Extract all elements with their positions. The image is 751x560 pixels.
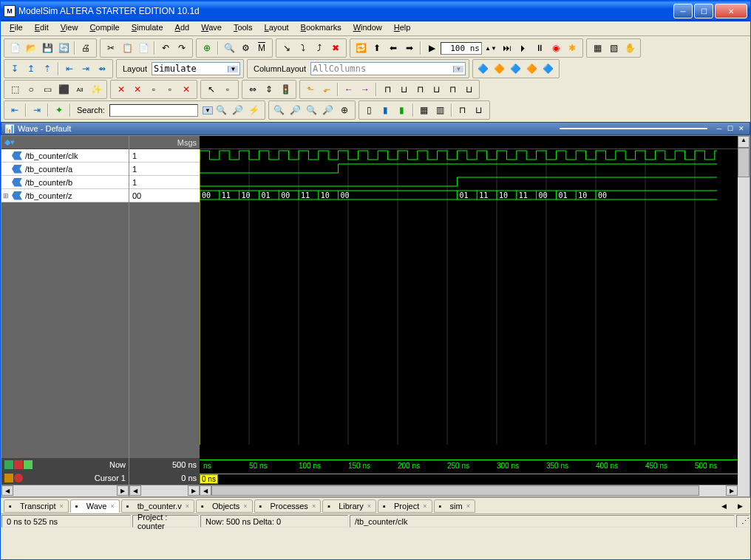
time-ruler[interactable]: ns50 ns100 ns150 ns200 ns250 ns300 ns350…: [200, 460, 738, 474]
print-button[interactable]: 🖨: [78, 41, 93, 55]
msg-hscroll-right[interactable]: ▶: [188, 485, 200, 496]
menu-edit[interactable]: Edit: [29, 21, 55, 35]
wave-pane[interactable]: 00111001001110000111101100011000 ns50 ns…: [200, 136, 738, 496]
tabs-scroll-left[interactable]: ◀: [716, 499, 731, 513]
wave-hscroll[interactable]: ◀ ▶: [200, 485, 738, 496]
vscroll-thumb[interactable]: [738, 148, 750, 177]
find-button[interactable]: 🔍: [222, 41, 237, 55]
misc-button[interactable]: ✱: [565, 41, 580, 55]
sel3-button[interactable]: ▭: [40, 82, 55, 97]
compile-all-button[interactable]: M: [254, 41, 269, 55]
w5-button[interactable]: ⊓: [445, 82, 460, 97]
menu-view[interactable]: View: [55, 21, 84, 35]
open-button[interactable]: 📂: [24, 41, 38, 55]
del3-button[interactable]: ▫: [146, 82, 161, 97]
maximize-button[interactable]: ☐: [694, 4, 713, 18]
rising-button[interactable]: ⬑: [303, 82, 318, 97]
wand-button[interactable]: ✨: [89, 82, 103, 97]
cursor-right-button[interactable]: ↥: [24, 61, 38, 76]
tab-sim[interactable]: ▪sim×: [434, 499, 475, 513]
tab-close-icon[interactable]: ×: [243, 502, 247, 510]
del1-button[interactable]: ✕: [114, 82, 129, 97]
sel2-button[interactable]: ○: [24, 82, 38, 97]
menu-layout[interactable]: Layout: [259, 21, 295, 35]
zoom-cursor-button[interactable]: ⊕: [337, 103, 352, 117]
search-history-button[interactable]: ▼: [203, 106, 213, 115]
save-button[interactable]: 💾: [40, 41, 55, 55]
zoom-fit-button[interactable]: 🔎: [321, 103, 336, 117]
run-time-input[interactable]: [441, 42, 482, 55]
search-input[interactable]: [109, 104, 198, 117]
tab-tbcounterv[interactable]: ▪tb_counter.v×: [121, 499, 194, 513]
pointer-button[interactable]: ↖: [204, 82, 219, 97]
menu-wave[interactable]: Wave: [195, 21, 228, 35]
falling-button[interactable]: ⬐: [319, 82, 334, 97]
wave-maximize-button[interactable]: ☐: [725, 123, 735, 134]
tab-processes[interactable]: ▪Processes×: [254, 499, 322, 513]
run-button[interactable]: ▶: [424, 41, 439, 55]
view2-button[interactable]: ▮: [378, 103, 393, 117]
edge-prev-button[interactable]: ⇤: [62, 61, 77, 76]
tab-project[interactable]: ▪Project×: [378, 499, 432, 513]
step-button[interactable]: ↘: [279, 41, 294, 55]
run-time-up-button[interactable]: ▲▼: [483, 41, 498, 55]
bm-right-button[interactable]: ⇥: [30, 103, 44, 117]
add-button[interactable]: ⊕: [200, 41, 214, 55]
win4-button[interactable]: 🔶: [525, 61, 540, 76]
cursor-top-button[interactable]: ⇡: [40, 61, 55, 76]
expand-icon[interactable]: ⊞: [3, 192, 12, 199]
w4-button[interactable]: ⊔: [429, 82, 444, 97]
collayout-combo[interactable]: AllColumns ▼: [310, 62, 466, 75]
edge-next-button[interactable]: ⇥: [78, 61, 93, 76]
view7-button[interactable]: ⊔: [472, 103, 486, 117]
wave-panel-header[interactable]: 📊 Wave - Default ─ ☐ ✕: [1, 122, 750, 135]
signal-row[interactable]: ⊞/tb_counter/z: [1, 189, 129, 202]
run-back-button[interactable]: ⬅: [386, 41, 401, 55]
paste-button[interactable]: 📄: [136, 41, 151, 55]
del4-button[interactable]: ▫: [163, 82, 177, 97]
view4-button[interactable]: ▦: [417, 103, 432, 117]
reload-button[interactable]: 🔄: [56, 41, 71, 55]
menu-bookmarks[interactable]: Bookmarks: [295, 21, 347, 35]
win5-button[interactable]: 🔷: [541, 61, 556, 76]
wave-minimize-button[interactable]: ─: [714, 123, 724, 134]
minimize-button[interactable]: ─: [673, 4, 693, 18]
wave-hscroll-thumb[interactable]: [211, 485, 699, 496]
search-next-button[interactable]: 🔍: [214, 103, 229, 117]
msg-hscroll[interactable]: ◀ ▶: [129, 485, 200, 496]
w1-button[interactable]: ⊓: [380, 82, 395, 97]
bm-add-button[interactable]: ✦: [52, 103, 67, 117]
zoom-out-button[interactable]: 🔎: [288, 103, 303, 117]
wave-canvas[interactable]: 00111001001110000111101100011000: [200, 149, 717, 445]
layout2-button[interactable]: ▧: [606, 41, 621, 55]
sig-hscroll-left[interactable]: ◀: [1, 485, 13, 496]
w2-button[interactable]: ⊔: [396, 82, 411, 97]
del2-button[interactable]: ✕: [130, 82, 145, 97]
tab-close-icon[interactable]: ×: [186, 502, 189, 510]
w6-button[interactable]: ⊔: [461, 82, 476, 97]
view1-button[interactable]: ▯: [362, 103, 377, 117]
light-button[interactable]: 🚦: [278, 82, 293, 97]
layout-combo[interactable]: Simulate ▼: [152, 62, 240, 75]
wave-vscroll[interactable]: ▲: [738, 136, 750, 496]
cut-button[interactable]: ✂: [103, 41, 118, 55]
signal-options-icon[interactable]: ◆▾: [4, 137, 15, 147]
tab-transcript[interactable]: ▪Transcript×: [4, 499, 69, 513]
hand-button[interactable]: ✋: [622, 41, 637, 55]
zoom-full-button[interactable]: 🔍: [305, 103, 319, 117]
signal-row[interactable]: /tb_counter/clk: [1, 149, 129, 163]
wave-hscroll-right[interactable]: ▶: [726, 485, 738, 496]
signal-row[interactable]: /tb_counter/a: [1, 163, 129, 176]
undo-button[interactable]: ↶: [158, 41, 173, 55]
compile-button[interactable]: ⚙: [238, 41, 253, 55]
stop-button[interactable]: ✖: [328, 41, 343, 55]
cursor-marker[interactable]: 0 ns: [200, 474, 218, 484]
wave-close-button[interactable]: ✕: [736, 123, 747, 134]
tab-objects[interactable]: ▪Objects×: [196, 499, 253, 513]
search-prev-button[interactable]: 🔎: [231, 103, 245, 117]
tab-library[interactable]: ▪Library×: [322, 499, 376, 513]
new-button[interactable]: 📄: [7, 41, 22, 55]
sig-hscroll-right[interactable]: ▶: [117, 485, 129, 496]
view5-button[interactable]: ▥: [433, 103, 448, 117]
sel1-button[interactable]: ⬚: [7, 82, 22, 97]
